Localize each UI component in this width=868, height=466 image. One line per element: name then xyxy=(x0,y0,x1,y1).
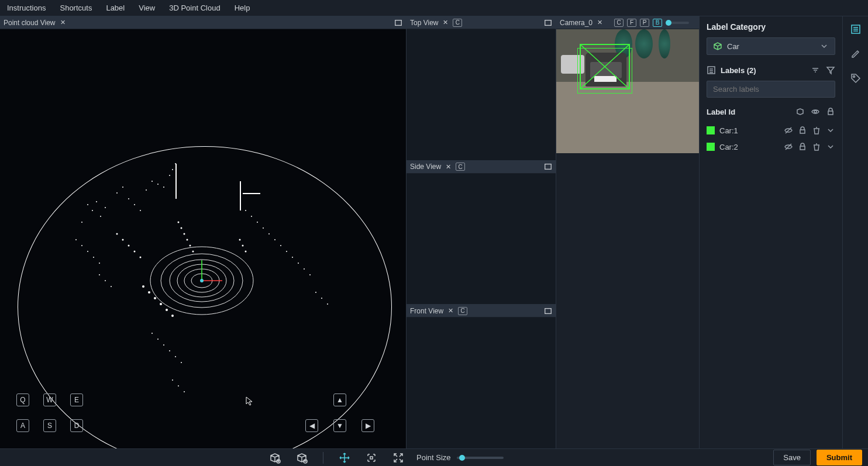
point-size-label: Point Size xyxy=(416,453,451,462)
svg-point-56 xyxy=(175,356,176,357)
key-up[interactable]: ▲ xyxy=(333,393,346,406)
menu-shortcuts[interactable]: Shortcuts xyxy=(60,4,92,12)
key-right[interactable]: ▶ xyxy=(361,419,374,432)
menu-label[interactable]: Label xyxy=(106,4,125,12)
add-cuboid-icon[interactable] xyxy=(269,452,281,464)
menu-help[interactable]: Help xyxy=(235,4,250,12)
svg-point-77 xyxy=(128,245,130,247)
svg-rect-96 xyxy=(828,111,833,115)
svg-point-7 xyxy=(87,204,88,205)
move-tool-icon[interactable] xyxy=(339,452,350,464)
svg-point-20 xyxy=(157,184,159,185)
save-button[interactable]: Save xyxy=(773,450,811,465)
svg-point-79 xyxy=(140,257,142,258)
key-c-badge[interactable]: C xyxy=(614,19,624,27)
trash-icon[interactable] xyxy=(812,126,821,135)
eye-off-icon[interactable] xyxy=(784,142,793,151)
camera-image[interactable] xyxy=(556,29,699,153)
key-s[interactable]: S xyxy=(43,419,56,432)
key-q[interactable]: Q xyxy=(16,393,29,406)
label-row[interactable]: Car:1 xyxy=(707,122,835,139)
key-c-badge[interactable]: C xyxy=(458,307,467,315)
remove-cuboid-icon[interactable] xyxy=(296,452,308,464)
svg-rect-31 xyxy=(175,164,177,199)
key-c-badge[interactable]: C xyxy=(453,19,462,27)
front-view-panel: Front View ✕ C xyxy=(407,305,556,448)
pointcloud-viewport[interactable]: Q W E A S D ▲ ◀ ▼ ▶ xyxy=(0,29,406,448)
front-view-viewport[interactable] xyxy=(407,317,556,448)
svg-point-59 xyxy=(178,385,179,386)
wasd-keypad: Q W E A S D xyxy=(16,393,88,437)
labelid-title: Label Id xyxy=(707,108,735,116)
lock-icon[interactable] xyxy=(798,126,807,135)
maximize-icon[interactable] xyxy=(544,163,552,171)
pointcloud-header: Point cloud View ✕ xyxy=(0,16,406,29)
expand-tool-icon[interactable] xyxy=(392,452,404,464)
key-left[interactable]: ◀ xyxy=(305,419,318,432)
panel-labels-icon[interactable] xyxy=(849,22,863,36)
sort-icon[interactable] xyxy=(811,65,820,75)
svg-point-74 xyxy=(245,251,247,253)
close-icon[interactable]: ✕ xyxy=(447,307,454,315)
close-icon[interactable]: ✕ xyxy=(445,163,452,171)
key-e[interactable]: E xyxy=(70,393,83,406)
svg-point-37 xyxy=(263,227,264,229)
svg-point-75 xyxy=(116,233,118,235)
camera-opacity-slider[interactable] xyxy=(666,22,689,24)
color-swatch xyxy=(707,143,715,151)
annotation-bbox-outer[interactable] xyxy=(577,48,632,94)
key-c-badge[interactable]: C xyxy=(456,163,465,171)
svg-point-42 xyxy=(292,257,293,258)
close-icon[interactable]: ✕ xyxy=(596,19,604,26)
maximize-icon[interactable] xyxy=(544,19,552,27)
key-a[interactable]: A xyxy=(16,419,29,432)
chevron-down-icon[interactable] xyxy=(826,126,835,135)
svg-point-54 xyxy=(163,344,164,346)
filter-icon[interactable] xyxy=(826,65,835,75)
key-d[interactable]: D xyxy=(70,419,83,432)
svg-point-53 xyxy=(157,339,159,340)
edit-icon[interactable] xyxy=(849,47,863,61)
key-f-badge[interactable]: F xyxy=(627,19,636,27)
svg-rect-100 xyxy=(800,146,805,150)
label-row[interactable]: Car:2 xyxy=(707,139,835,155)
maximize-icon[interactable] xyxy=(544,307,552,315)
key-p-badge[interactable]: P xyxy=(640,19,649,27)
key-down[interactable]: ▼ xyxy=(333,419,346,432)
trash-icon[interactable] xyxy=(812,142,821,151)
focus-tool-icon[interactable] xyxy=(366,452,377,464)
submit-button[interactable]: Submit xyxy=(817,450,862,465)
maximize-icon[interactable] xyxy=(394,19,402,27)
menu-3d-point-cloud[interactable]: 3D Point Cloud xyxy=(169,4,220,12)
top-view-viewport[interactable] xyxy=(407,29,556,160)
key-w[interactable]: W xyxy=(43,393,56,406)
label-name: Car:2 xyxy=(719,143,738,151)
svg-point-46 xyxy=(142,285,144,288)
svg-point-45 xyxy=(309,274,311,275)
point-size-slider[interactable] xyxy=(457,457,504,459)
svg-point-76 xyxy=(122,239,124,241)
chevron-down-icon[interactable] xyxy=(826,142,835,151)
lock-icon[interactable] xyxy=(826,107,835,116)
close-icon[interactable]: ✕ xyxy=(59,19,67,26)
menu-instructions[interactable]: Instructions xyxy=(7,4,46,12)
category-select[interactable]: Car xyxy=(707,37,835,55)
svg-point-73 xyxy=(242,245,244,247)
eye-icon[interactable] xyxy=(811,107,820,116)
close-icon[interactable]: ✕ xyxy=(442,19,449,26)
tag-icon[interactable] xyxy=(849,71,863,85)
cube-small-icon[interactable] xyxy=(795,107,805,116)
svg-rect-98 xyxy=(800,130,805,133)
menu-view[interactable]: View xyxy=(139,4,155,12)
chevron-down-icon xyxy=(819,42,829,51)
svg-point-52 xyxy=(151,333,153,334)
eye-off-icon[interactable] xyxy=(784,126,793,135)
key-b-badge[interactable]: B xyxy=(653,19,662,27)
svg-point-27 xyxy=(184,233,185,235)
side-view-viewport[interactable] xyxy=(407,174,556,305)
svg-point-105 xyxy=(853,76,855,78)
svg-point-41 xyxy=(286,251,287,252)
search-labels-input[interactable] xyxy=(707,81,835,98)
lock-icon[interactable] xyxy=(798,142,807,151)
svg-point-47 xyxy=(148,291,150,294)
